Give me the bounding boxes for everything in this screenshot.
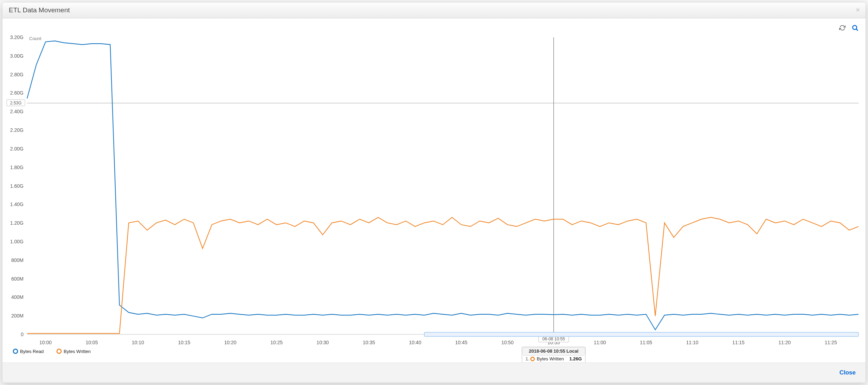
svg-rect-2 (27, 37, 859, 334)
tooltip-row-name: Bytes Written (537, 356, 564, 361)
refresh-icon[interactable] (839, 24, 846, 31)
tooltip-header: 2018-06-08 10:55 Local (529, 348, 578, 354)
modal-footer: Close (2, 362, 866, 383)
chart-toolbar (2, 18, 866, 34)
svg-text:10:25: 10:25 (270, 340, 283, 345)
svg-rect-48 (522, 354, 585, 355)
svg-text:1.40G: 1.40G (10, 201, 24, 207)
svg-text:2.60G: 2.60G (10, 90, 24, 96)
svg-text:10:45: 10:45 (455, 340, 468, 345)
tooltip-swatch-icon (531, 357, 534, 361)
svg-text:2.53G: 2.53G (10, 101, 22, 105)
svg-text:06-08 10:55: 06-08 10:55 (542, 336, 565, 341)
svg-text:Count: Count (29, 36, 41, 41)
zoom-icon[interactable] (851, 24, 859, 31)
svg-text:1.00G: 1.00G (10, 239, 24, 244)
svg-text:10:05: 10:05 (85, 340, 98, 345)
svg-text:10:40: 10:40 (409, 340, 421, 345)
svg-text:1.60G: 1.60G (10, 183, 24, 189)
legend-bytes-read[interactable]: Bytes Read (20, 349, 44, 354)
svg-text:200M: 200M (11, 313, 24, 319)
legend-bytes-read-swatch[interactable] (13, 349, 18, 353)
svg-text:10:10: 10:10 (132, 340, 144, 345)
svg-text:10:20: 10:20 (224, 340, 237, 345)
svg-text:600M: 600M (11, 276, 24, 282)
tooltip: 2018-06-08 10:55 Local1.Bytes Written1.2… (522, 347, 585, 362)
tooltip-row-value: 1.26G (569, 356, 581, 361)
modal-titlebar: ETL Data Movement × (2, 2, 866, 18)
svg-text:11:05: 11:05 (640, 340, 652, 345)
modal-title: ETL Data Movement (9, 6, 70, 14)
svg-text:1.20G: 1.20G (10, 220, 24, 226)
svg-text:10:30: 10:30 (316, 340, 329, 345)
svg-text:10:00: 10:00 (39, 340, 52, 345)
legend-bytes-written[interactable]: Bytes Written (64, 349, 91, 354)
svg-text:800M: 800M (11, 257, 24, 263)
svg-text:11:20: 11:20 (778, 340, 791, 345)
svg-text:10:35: 10:35 (363, 340, 375, 345)
svg-line-1 (856, 29, 858, 31)
svg-text:2.80G: 2.80G (10, 72, 24, 77)
svg-text:400M: 400M (11, 294, 24, 300)
svg-text:10:50: 10:50 (501, 340, 514, 345)
svg-text:2.40G: 2.40G (10, 109, 24, 114)
svg-text:11:25: 11:25 (825, 340, 837, 345)
tooltip-row-idx: 1. (526, 356, 529, 361)
svg-text:11:15: 11:15 (732, 340, 745, 345)
close-icon[interactable]: × (856, 6, 860, 14)
svg-text:11:00: 11:00 (594, 340, 606, 345)
svg-text:10:15: 10:15 (178, 340, 190, 345)
svg-text:2.00G: 2.00G (10, 146, 24, 152)
svg-text:3.20G: 3.20G (10, 34, 24, 40)
svg-text:11:10: 11:10 (686, 340, 698, 345)
svg-text:1.80G: 1.80G (10, 165, 24, 170)
chart-area[interactable]: 0200M400M600M800M1.00G1.20G1.40G1.60G1.8… (2, 34, 866, 362)
svg-text:0: 0 (21, 332, 24, 337)
legend: Bytes ReadBytes Written (13, 349, 91, 354)
range-selection[interactable] (424, 332, 859, 336)
close-button[interactable]: Close (840, 369, 856, 376)
svg-text:2.20G: 2.20G (10, 127, 24, 133)
svg-text:3.00G: 3.00G (10, 53, 24, 59)
chart-svg[interactable]: 0200M400M600M800M1.00G1.20G1.40G1.60G1.8… (2, 34, 866, 362)
chart-modal: ETL Data Movement × 0200M400M600M800M1.0… (2, 2, 866, 383)
legend-bytes-written-swatch[interactable] (57, 349, 61, 353)
